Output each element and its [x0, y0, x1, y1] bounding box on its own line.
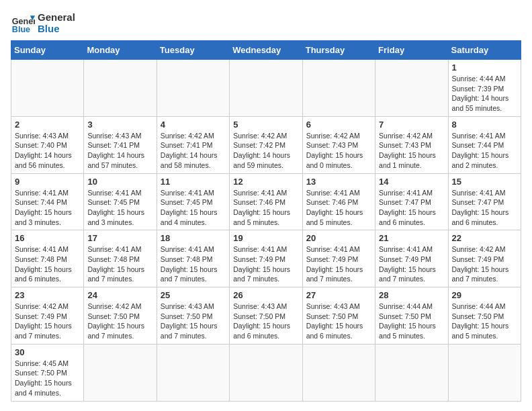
day-info: Sunrise: 4:41 AM Sunset: 7:49 PM Dayligh…: [306, 244, 371, 284]
calendar-day-cell: 22Sunrise: 4:42 AM Sunset: 7:49 PM Dayli…: [448, 230, 521, 287]
day-number: 16: [15, 233, 80, 243]
day-number: 29: [452, 290, 517, 300]
calendar-week-row: 23Sunrise: 4:42 AM Sunset: 7:49 PM Dayli…: [11, 287, 521, 345]
day-number: 11: [161, 177, 226, 187]
calendar-day-cell: 1Sunrise: 4:44 AM Sunset: 7:39 PM Daylig…: [448, 60, 521, 117]
calendar-day-cell: [157, 344, 229, 401]
day-number: 7: [379, 120, 444, 130]
calendar-day-cell: [11, 60, 84, 117]
day-info: Sunrise: 4:41 AM Sunset: 7:44 PM Dayligh…: [15, 188, 80, 228]
calendar-day-cell: [230, 344, 302, 401]
calendar-day-cell: [375, 60, 448, 117]
calendar-day-cell: 19Sunrise: 4:41 AM Sunset: 7:49 PM Dayli…: [230, 230, 302, 287]
day-info: Sunrise: 4:43 AM Sunset: 7:50 PM Dayligh…: [233, 302, 298, 341]
calendar-day-cell: 6Sunrise: 4:42 AM Sunset: 7:43 PM Daylig…: [302, 116, 375, 173]
calendar-day-cell: 16Sunrise: 4:41 AM Sunset: 7:48 PM Dayli…: [11, 230, 84, 287]
day-info: Sunrise: 4:43 AM Sunset: 7:50 PM Dayligh…: [161, 302, 226, 341]
calendar-day-cell: 18Sunrise: 4:41 AM Sunset: 7:48 PM Dayli…: [157, 230, 229, 287]
calendar-day-cell: 5Sunrise: 4:42 AM Sunset: 7:42 PM Daylig…: [230, 116, 302, 173]
day-info: Sunrise: 4:43 AM Sunset: 7:50 PM Dayligh…: [306, 302, 371, 341]
day-info: Sunrise: 4:42 AM Sunset: 7:50 PM Dayligh…: [87, 302, 152, 341]
day-number: 4: [161, 120, 226, 130]
calendar-day-header: Saturday: [448, 41, 521, 60]
day-number: 30: [15, 347, 80, 357]
day-info: Sunrise: 4:41 AM Sunset: 7:46 PM Dayligh…: [233, 188, 298, 228]
calendar-day-cell: 29Sunrise: 4:44 AM Sunset: 7:50 PM Dayli…: [448, 287, 521, 345]
day-number: 18: [161, 233, 226, 243]
day-number: 15: [452, 177, 517, 187]
day-info: Sunrise: 4:43 AM Sunset: 7:41 PM Dayligh…: [87, 131, 152, 171]
day-number: 26: [233, 290, 298, 300]
calendar-day-cell: 11Sunrise: 4:41 AM Sunset: 7:45 PM Dayli…: [157, 173, 229, 230]
calendar-day-cell: 7Sunrise: 4:42 AM Sunset: 7:43 PM Daylig…: [375, 116, 448, 173]
day-number: 22: [452, 233, 517, 243]
day-info: Sunrise: 4:41 AM Sunset: 7:46 PM Dayligh…: [306, 188, 371, 228]
logo-blue-text: Blue: [38, 23, 75, 34]
calendar-day-cell: [84, 60, 157, 117]
calendar-day-header: Thursday: [302, 41, 375, 60]
calendar-day-cell: 2Sunrise: 4:43 AM Sunset: 7:40 PM Daylig…: [11, 116, 84, 173]
calendar-day-cell: [230, 60, 302, 117]
calendar-week-row: 9Sunrise: 4:41 AM Sunset: 7:44 PM Daylig…: [11, 173, 521, 230]
day-number: 10: [87, 177, 152, 187]
calendar-day-cell: 26Sunrise: 4:43 AM Sunset: 7:50 PM Dayli…: [230, 287, 302, 345]
day-number: 24: [87, 290, 152, 300]
calendar-day-cell: 25Sunrise: 4:43 AM Sunset: 7:50 PM Dayli…: [157, 287, 229, 345]
day-number: 5: [233, 120, 298, 130]
calendar-week-row: 2Sunrise: 4:43 AM Sunset: 7:40 PM Daylig…: [11, 116, 521, 173]
calendar-day-cell: [302, 344, 375, 401]
day-info: Sunrise: 4:42 AM Sunset: 7:41 PM Dayligh…: [161, 131, 226, 171]
day-number: 14: [379, 177, 444, 187]
calendar-day-cell: [84, 344, 157, 401]
day-info: Sunrise: 4:44 AM Sunset: 7:50 PM Dayligh…: [379, 302, 444, 341]
calendar-day-cell: [157, 60, 229, 117]
calendar-day-cell: 28Sunrise: 4:44 AM Sunset: 7:50 PM Dayli…: [375, 287, 448, 345]
calendar-week-row: 30Sunrise: 4:45 AM Sunset: 7:50 PM Dayli…: [11, 344, 521, 401]
day-info: Sunrise: 4:41 AM Sunset: 7:45 PM Dayligh…: [161, 188, 226, 228]
day-number: 1: [452, 62, 517, 73]
calendar-day-cell: 14Sunrise: 4:41 AM Sunset: 7:47 PM Dayli…: [375, 173, 448, 230]
calendar-day-cell: 12Sunrise: 4:41 AM Sunset: 7:46 PM Dayli…: [230, 173, 302, 230]
day-info: Sunrise: 4:41 AM Sunset: 7:48 PM Dayligh…: [15, 244, 80, 284]
day-number: 27: [306, 290, 371, 300]
day-info: Sunrise: 4:41 AM Sunset: 7:44 PM Dayligh…: [452, 131, 517, 171]
day-number: 17: [87, 233, 152, 243]
day-number: 3: [87, 120, 152, 130]
day-info: Sunrise: 4:41 AM Sunset: 7:49 PM Dayligh…: [233, 244, 298, 284]
day-info: Sunrise: 4:41 AM Sunset: 7:48 PM Dayligh…: [161, 244, 226, 284]
day-number: 19: [233, 233, 298, 243]
day-info: Sunrise: 4:41 AM Sunset: 7:47 PM Dayligh…: [379, 188, 444, 228]
day-number: 12: [233, 177, 298, 187]
day-info: Sunrise: 4:44 AM Sunset: 7:50 PM Dayligh…: [452, 302, 517, 341]
day-number: 28: [379, 290, 444, 300]
calendar-day-cell: [302, 60, 375, 117]
calendar-day-cell: 8Sunrise: 4:41 AM Sunset: 7:44 PM Daylig…: [448, 116, 521, 173]
calendar-header-row: SundayMondayTuesdayWednesdayThursdayFrid…: [11, 41, 521, 60]
day-number: 21: [379, 233, 444, 243]
day-number: 13: [306, 177, 371, 187]
day-info: Sunrise: 4:42 AM Sunset: 7:49 PM Dayligh…: [452, 244, 517, 284]
day-info: Sunrise: 4:44 AM Sunset: 7:39 PM Dayligh…: [452, 74, 517, 113]
calendar-day-header: Wednesday: [230, 41, 302, 60]
day-number: 25: [161, 290, 226, 300]
day-info: Sunrise: 4:42 AM Sunset: 7:43 PM Dayligh…: [379, 131, 444, 171]
calendar-day-cell: 3Sunrise: 4:43 AM Sunset: 7:41 PM Daylig…: [84, 116, 157, 173]
page-header: General Blue General Blue: [11, 11, 521, 35]
calendar-week-row: 16Sunrise: 4:41 AM Sunset: 7:48 PM Dayli…: [11, 230, 521, 287]
day-number: 9: [15, 177, 80, 187]
calendar-day-cell: [375, 344, 448, 401]
calendar-day-cell: 4Sunrise: 4:42 AM Sunset: 7:41 PM Daylig…: [157, 116, 229, 173]
day-info: Sunrise: 4:42 AM Sunset: 7:49 PM Dayligh…: [15, 302, 80, 341]
logo-general-text: General: [38, 11, 75, 23]
day-info: Sunrise: 4:42 AM Sunset: 7:42 PM Dayligh…: [233, 131, 298, 171]
day-info: Sunrise: 4:41 AM Sunset: 7:48 PM Dayligh…: [87, 244, 152, 284]
day-number: 8: [452, 120, 517, 130]
day-info: Sunrise: 4:41 AM Sunset: 7:45 PM Dayligh…: [87, 188, 152, 228]
day-number: 6: [306, 120, 371, 130]
calendar-day-cell: 30Sunrise: 4:45 AM Sunset: 7:50 PM Dayli…: [11, 344, 84, 401]
calendar-day-cell: 21Sunrise: 4:41 AM Sunset: 7:49 PM Dayli…: [375, 230, 448, 287]
calendar-day-cell: 20Sunrise: 4:41 AM Sunset: 7:49 PM Dayli…: [302, 230, 375, 287]
day-info: Sunrise: 4:43 AM Sunset: 7:40 PM Dayligh…: [15, 131, 80, 171]
calendar-day-cell: 15Sunrise: 4:41 AM Sunset: 7:47 PM Dayli…: [448, 173, 521, 230]
calendar-day-cell: 9Sunrise: 4:41 AM Sunset: 7:44 PM Daylig…: [11, 173, 84, 230]
